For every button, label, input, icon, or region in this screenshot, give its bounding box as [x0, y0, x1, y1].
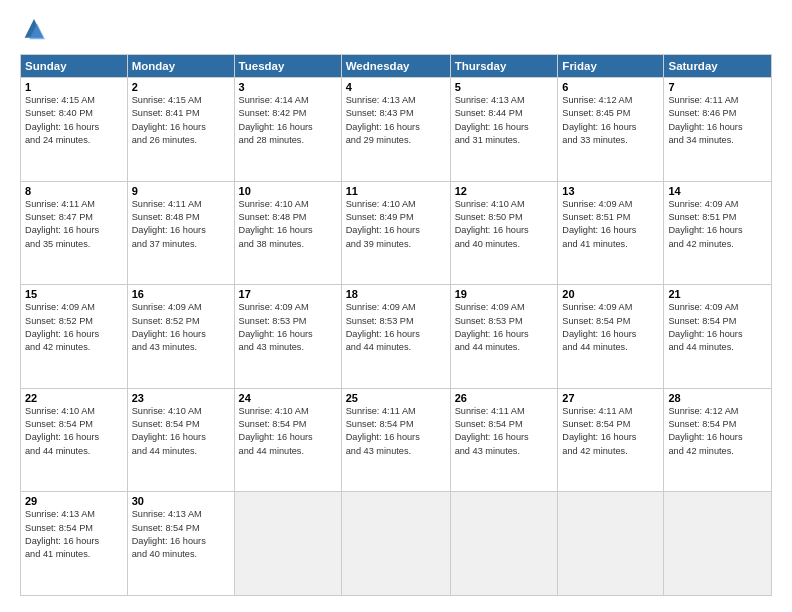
- day-number: 14: [668, 185, 767, 197]
- day-info: Sunrise: 4:11 AM Sunset: 8:47 PM Dayligh…: [25, 198, 123, 251]
- day-number: 19: [455, 288, 554, 300]
- day-info: Sunrise: 4:10 AM Sunset: 8:54 PM Dayligh…: [132, 405, 230, 458]
- day-info: Sunrise: 4:12 AM Sunset: 8:54 PM Dayligh…: [668, 405, 767, 458]
- calendar-cell: 18Sunrise: 4:09 AM Sunset: 8:53 PM Dayli…: [341, 285, 450, 389]
- day-info: Sunrise: 4:10 AM Sunset: 8:50 PM Dayligh…: [455, 198, 554, 251]
- day-info: Sunrise: 4:09 AM Sunset: 8:52 PM Dayligh…: [25, 301, 123, 354]
- calendar-week-2: 8Sunrise: 4:11 AM Sunset: 8:47 PM Daylig…: [21, 181, 772, 285]
- day-info: Sunrise: 4:09 AM Sunset: 8:53 PM Dayligh…: [239, 301, 337, 354]
- day-number: 30: [132, 495, 230, 507]
- calendar-cell: 10Sunrise: 4:10 AM Sunset: 8:48 PM Dayli…: [234, 181, 341, 285]
- calendar-header-monday: Monday: [127, 55, 234, 78]
- day-info: Sunrise: 4:11 AM Sunset: 8:54 PM Dayligh…: [455, 405, 554, 458]
- calendar-cell: 11Sunrise: 4:10 AM Sunset: 8:49 PM Dayli…: [341, 181, 450, 285]
- day-info: Sunrise: 4:09 AM Sunset: 8:54 PM Dayligh…: [562, 301, 659, 354]
- day-number: 7: [668, 81, 767, 93]
- calendar-header-tuesday: Tuesday: [234, 55, 341, 78]
- day-number: 28: [668, 392, 767, 404]
- calendar-cell: 17Sunrise: 4:09 AM Sunset: 8:53 PM Dayli…: [234, 285, 341, 389]
- page: SundayMondayTuesdayWednesdayThursdayFrid…: [0, 0, 792, 612]
- day-number: 16: [132, 288, 230, 300]
- day-number: 9: [132, 185, 230, 197]
- logo: [20, 16, 52, 44]
- day-info: Sunrise: 4:10 AM Sunset: 8:48 PM Dayligh…: [239, 198, 337, 251]
- calendar-week-5: 29Sunrise: 4:13 AM Sunset: 8:54 PM Dayli…: [21, 492, 772, 596]
- day-info: Sunrise: 4:10 AM Sunset: 8:54 PM Dayligh…: [239, 405, 337, 458]
- day-info: Sunrise: 4:11 AM Sunset: 8:48 PM Dayligh…: [132, 198, 230, 251]
- day-info: Sunrise: 4:11 AM Sunset: 8:54 PM Dayligh…: [346, 405, 446, 458]
- calendar-cell: 12Sunrise: 4:10 AM Sunset: 8:50 PM Dayli…: [450, 181, 558, 285]
- calendar-cell: 21Sunrise: 4:09 AM Sunset: 8:54 PM Dayli…: [664, 285, 772, 389]
- logo-icon: [20, 16, 48, 44]
- day-info: Sunrise: 4:15 AM Sunset: 8:40 PM Dayligh…: [25, 94, 123, 147]
- calendar-cell: 26Sunrise: 4:11 AM Sunset: 8:54 PM Dayli…: [450, 388, 558, 492]
- calendar-header-wednesday: Wednesday: [341, 55, 450, 78]
- day-number: 18: [346, 288, 446, 300]
- day-info: Sunrise: 4:11 AM Sunset: 8:46 PM Dayligh…: [668, 94, 767, 147]
- day-number: 12: [455, 185, 554, 197]
- calendar-cell: 29Sunrise: 4:13 AM Sunset: 8:54 PM Dayli…: [21, 492, 128, 596]
- calendar-cell: [341, 492, 450, 596]
- day-info: Sunrise: 4:13 AM Sunset: 8:54 PM Dayligh…: [25, 508, 123, 561]
- day-number: 23: [132, 392, 230, 404]
- day-info: Sunrise: 4:09 AM Sunset: 8:52 PM Dayligh…: [132, 301, 230, 354]
- calendar-cell: 6Sunrise: 4:12 AM Sunset: 8:45 PM Daylig…: [558, 78, 664, 182]
- calendar-cell: 4Sunrise: 4:13 AM Sunset: 8:43 PM Daylig…: [341, 78, 450, 182]
- calendar-week-1: 1Sunrise: 4:15 AM Sunset: 8:40 PM Daylig…: [21, 78, 772, 182]
- calendar: SundayMondayTuesdayWednesdayThursdayFrid…: [20, 54, 772, 596]
- day-number: 3: [239, 81, 337, 93]
- day-number: 24: [239, 392, 337, 404]
- day-number: 2: [132, 81, 230, 93]
- day-info: Sunrise: 4:09 AM Sunset: 8:53 PM Dayligh…: [455, 301, 554, 354]
- calendar-cell: 5Sunrise: 4:13 AM Sunset: 8:44 PM Daylig…: [450, 78, 558, 182]
- day-info: Sunrise: 4:09 AM Sunset: 8:54 PM Dayligh…: [668, 301, 767, 354]
- day-info: Sunrise: 4:12 AM Sunset: 8:45 PM Dayligh…: [562, 94, 659, 147]
- day-number: 27: [562, 392, 659, 404]
- calendar-cell: 9Sunrise: 4:11 AM Sunset: 8:48 PM Daylig…: [127, 181, 234, 285]
- day-number: 21: [668, 288, 767, 300]
- day-info: Sunrise: 4:09 AM Sunset: 8:51 PM Dayligh…: [668, 198, 767, 251]
- header: [20, 16, 772, 44]
- calendar-cell: 25Sunrise: 4:11 AM Sunset: 8:54 PM Dayli…: [341, 388, 450, 492]
- day-info: Sunrise: 4:14 AM Sunset: 8:42 PM Dayligh…: [239, 94, 337, 147]
- calendar-header-saturday: Saturday: [664, 55, 772, 78]
- calendar-cell: 23Sunrise: 4:10 AM Sunset: 8:54 PM Dayli…: [127, 388, 234, 492]
- calendar-header-thursday: Thursday: [450, 55, 558, 78]
- calendar-header-row: SundayMondayTuesdayWednesdayThursdayFrid…: [21, 55, 772, 78]
- day-number: 11: [346, 185, 446, 197]
- calendar-cell: 24Sunrise: 4:10 AM Sunset: 8:54 PM Dayli…: [234, 388, 341, 492]
- calendar-week-3: 15Sunrise: 4:09 AM Sunset: 8:52 PM Dayli…: [21, 285, 772, 389]
- day-number: 15: [25, 288, 123, 300]
- day-number: 4: [346, 81, 446, 93]
- calendar-cell: [234, 492, 341, 596]
- calendar-cell: [664, 492, 772, 596]
- day-info: Sunrise: 4:13 AM Sunset: 8:54 PM Dayligh…: [132, 508, 230, 561]
- day-info: Sunrise: 4:13 AM Sunset: 8:43 PM Dayligh…: [346, 94, 446, 147]
- calendar-cell: 22Sunrise: 4:10 AM Sunset: 8:54 PM Dayli…: [21, 388, 128, 492]
- calendar-header-friday: Friday: [558, 55, 664, 78]
- day-number: 8: [25, 185, 123, 197]
- day-info: Sunrise: 4:11 AM Sunset: 8:54 PM Dayligh…: [562, 405, 659, 458]
- calendar-cell: 15Sunrise: 4:09 AM Sunset: 8:52 PM Dayli…: [21, 285, 128, 389]
- calendar-cell: 14Sunrise: 4:09 AM Sunset: 8:51 PM Dayli…: [664, 181, 772, 285]
- day-info: Sunrise: 4:10 AM Sunset: 8:54 PM Dayligh…: [25, 405, 123, 458]
- calendar-cell: 20Sunrise: 4:09 AM Sunset: 8:54 PM Dayli…: [558, 285, 664, 389]
- day-number: 6: [562, 81, 659, 93]
- calendar-cell: [450, 492, 558, 596]
- calendar-cell: 19Sunrise: 4:09 AM Sunset: 8:53 PM Dayli…: [450, 285, 558, 389]
- calendar-cell: [558, 492, 664, 596]
- day-info: Sunrise: 4:13 AM Sunset: 8:44 PM Dayligh…: [455, 94, 554, 147]
- day-number: 10: [239, 185, 337, 197]
- day-number: 25: [346, 392, 446, 404]
- calendar-header-sunday: Sunday: [21, 55, 128, 78]
- day-number: 26: [455, 392, 554, 404]
- day-number: 22: [25, 392, 123, 404]
- day-info: Sunrise: 4:09 AM Sunset: 8:53 PM Dayligh…: [346, 301, 446, 354]
- calendar-cell: 7Sunrise: 4:11 AM Sunset: 8:46 PM Daylig…: [664, 78, 772, 182]
- day-info: Sunrise: 4:10 AM Sunset: 8:49 PM Dayligh…: [346, 198, 446, 251]
- day-number: 5: [455, 81, 554, 93]
- day-number: 13: [562, 185, 659, 197]
- calendar-cell: 2Sunrise: 4:15 AM Sunset: 8:41 PM Daylig…: [127, 78, 234, 182]
- calendar-cell: 16Sunrise: 4:09 AM Sunset: 8:52 PM Dayli…: [127, 285, 234, 389]
- day-number: 17: [239, 288, 337, 300]
